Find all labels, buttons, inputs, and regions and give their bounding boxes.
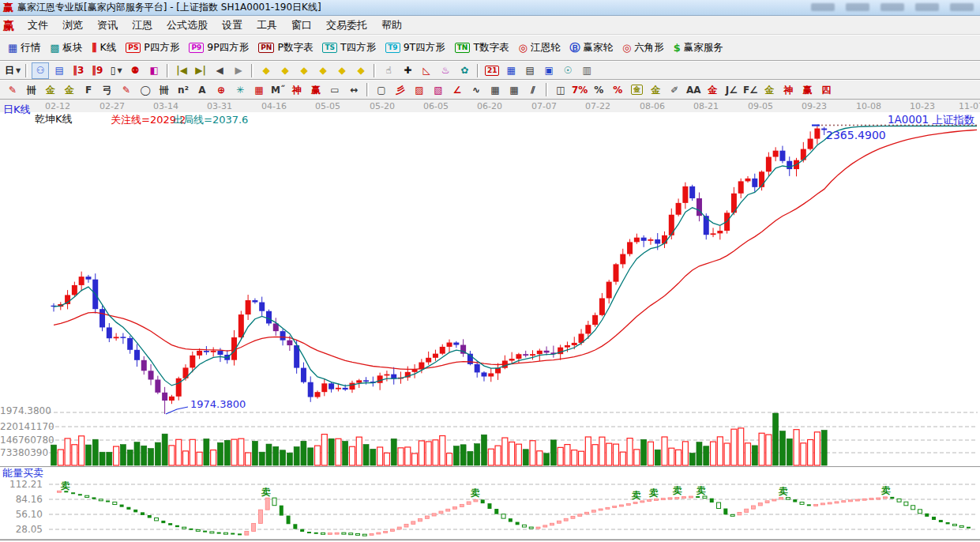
ind-four-angle-icon[interactable]: 四 (817, 81, 835, 98)
menu-item-3[interactable]: 江恩 (125, 17, 160, 34)
tools-toolbar: 日▼⚇▤‖3‖9▯▼⚉◧|◀▶|◀▶◆◆◆◆◆◆☝✚◺♨✿21▦▤▣☉▥ (0, 61, 980, 80)
ind-j-angle-icon[interactable]: J∠ (723, 81, 740, 98)
draw-gold-lines-2-icon[interactable]: 金 (61, 81, 78, 98)
ind-gold-angle-icon[interactable]: 金 (760, 81, 778, 98)
diamond-scroll-right-icon[interactable]: ◆ (276, 62, 294, 79)
draw-grid-a-icon[interactable]: ▦ (486, 81, 504, 98)
draw-star-icon[interactable]: ✳ (231, 81, 249, 98)
ind-col-chart-icon[interactable]: ◫ (552, 81, 569, 98)
toolbar-hexagon-button[interactable]: ◎六角形 (618, 40, 669, 56)
kline-3-icon[interactable]: ‖3 (69, 62, 87, 79)
draw-n-squared-icon[interactable]: n² (175, 81, 192, 98)
diamond-expand-all-icon[interactable]: ◆ (352, 62, 370, 79)
draw-hatch-box-icon[interactable]: ▧ (430, 81, 447, 98)
toolbar-winner-service-button[interactable]: $赢家服务 (669, 40, 728, 56)
menu-item-6[interactable]: 工具 (250, 17, 284, 34)
calendar-21-icon[interactable]: 21 (483, 62, 501, 79)
draw-m-line-icon[interactable]: M˝ (269, 81, 287, 98)
draw-shen-icon[interactable]: 神 (288, 81, 306, 98)
angle-tool-icon[interactable]: ◺ (418, 62, 435, 79)
diamond-compress-v-icon[interactable]: ◆ (333, 62, 351, 79)
nav-next-icon[interactable]: ▶ (230, 62, 247, 79)
menu-item-9[interactable]: 帮助 (374, 17, 409, 34)
nav-prev-icon[interactable]: ◀ (211, 62, 228, 79)
draw-circle-deg-icon[interactable]: ◯ (137, 81, 154, 98)
toolbar-gann-wheel-button[interactable]: ◎江恩轮 (514, 40, 565, 56)
ind-pct-7-icon[interactable]: 7% (571, 81, 588, 98)
diamond-compress-h-icon[interactable]: ◆ (314, 62, 332, 79)
draw-angle-icon[interactable]: ∠ (449, 81, 466, 98)
menu-item-2[interactable]: 资讯 (90, 17, 125, 34)
draw-box-handles-icon[interactable]: ▢ (373, 81, 390, 98)
draw-grid-b-icon[interactable]: ▦ (505, 81, 523, 98)
tool-teal-icon[interactable]: ✿ (456, 62, 473, 79)
draw-target-icon[interactable]: ⊕ (212, 81, 230, 98)
draw-f-lines-icon[interactable]: F (80, 81, 97, 98)
ind-gold-circle-icon[interactable]: 金 (628, 81, 645, 98)
quotes-icon: ▦ (8, 43, 17, 53)
toolbar-9p-square-button[interactable]: P99P四方形 (184, 40, 253, 56)
menu-item-4[interactable]: 公式选股 (160, 17, 215, 34)
menu-item-8[interactable]: 交易委托 (319, 17, 374, 34)
toolbar-9t-square-button[interactable]: T99T四方形 (381, 40, 450, 56)
nav-last-icon[interactable]: ▶| (192, 62, 209, 79)
draw-hatch-icon[interactable]: 卌 (23, 81, 40, 98)
menu-item-0[interactable]: 文件 (21, 17, 55, 34)
draw-red-grid-icon[interactable]: ▦ (250, 81, 268, 98)
draw-wave-icon[interactable]: ∿ (467, 81, 485, 98)
ind-shen-angle-icon[interactable]: 神 (779, 81, 797, 98)
toolbar-t-number-table-button[interactable]: TNT数字表 (450, 40, 514, 56)
draw-hatch-2-icon[interactable]: 卌 (156, 81, 173, 98)
toolbar-kline-button[interactable]: ⫼K线 (88, 40, 122, 56)
save-icon[interactable]: ▣ (540, 62, 558, 79)
menu-item-7[interactable]: 窗口 (284, 17, 319, 34)
period-day-dropdown-icon[interactable]: 日▼ (4, 62, 21, 79)
pattern-mask-icon[interactable]: ⚇ (32, 62, 49, 79)
web-update-icon[interactable]: ☉ (559, 62, 576, 79)
tool-magenta-icon[interactable]: ♨ (437, 62, 454, 79)
draw-red-pen-icon[interactable]: ✎ (118, 81, 135, 98)
toolbar-winner-wheel-button[interactable]: Ⓑ赢家轮 (565, 40, 618, 56)
ind-ying-angle-icon[interactable]: 赢 (798, 81, 816, 98)
menu-item-5[interactable]: 设置 (215, 17, 250, 34)
color-bars-icon[interactable]: ◧ (145, 62, 163, 79)
draw-slants-icon[interactable]: ⫽ (524, 81, 542, 98)
p-number-table-icon: PN (258, 43, 274, 53)
diamond-expand-h-icon[interactable]: ◆ (295, 62, 313, 79)
menu-item-1[interactable]: 浏览 (55, 17, 90, 34)
figure-red-icon[interactable]: ⚉ (126, 62, 144, 79)
draw-width-icon[interactable]: ↔ (345, 81, 362, 98)
ind-ink-pen-icon[interactable]: ✐ (666, 81, 683, 98)
print-icon[interactable]: ▥ (578, 62, 595, 79)
notepad-icon[interactable]: ▤ (521, 62, 539, 79)
ind-f-angle-icon[interactable]: F∠ (742, 81, 759, 98)
draw-ring-icon[interactable]: 弓 (99, 81, 116, 98)
toolbar-p-number-table-button[interactable]: PNP数字表 (253, 40, 317, 56)
draw-pen-icon[interactable]: ✎ (4, 81, 21, 98)
ind-gold-red-icon[interactable]: 金 (704, 81, 721, 98)
draw-ruler-icon[interactable]: ▭ (326, 81, 344, 98)
report-doc-icon[interactable]: ▤ (51, 62, 68, 79)
draw-a-line-icon[interactable]: A (193, 81, 211, 98)
toolbar-separator (167, 64, 169, 77)
hand-drag-icon[interactable]: ☝ (380, 62, 397, 79)
draw-red-box-icon[interactable]: ▨ (411, 81, 428, 98)
draw-ying-icon[interactable]: 赢 (307, 81, 325, 98)
draw-gold-lines-1-icon[interactable]: 金 (42, 81, 59, 98)
calculator-icon[interactable]: ▦ (502, 62, 520, 79)
ind-gold-line-icon[interactable]: 金 (647, 81, 664, 98)
crosshair-icon[interactable]: ✚ (399, 62, 416, 79)
kline-9-icon[interactable]: ‖9 (88, 62, 106, 79)
chart-canvas[interactable]: 乾坤K线 关注线=2029.2 出局线=2037.6 1A0001 上证指数 2… (0, 112, 980, 542)
toolbar-t-square-button[interactable]: TST四方形 (317, 40, 381, 56)
ind-aa-icon[interactable]: AA (685, 81, 702, 98)
toolbar-p-square-button[interactable]: PSP四方形 (121, 40, 184, 56)
nav-first-icon[interactable]: |◀ (173, 62, 190, 79)
ind-pct-icon[interactable]: % (590, 81, 607, 98)
candle-style-dropdown-icon[interactable]: ▯▼ (107, 62, 125, 79)
toolbar-sectors-button[interactable]: ▩板块 (45, 40, 87, 56)
diamond-scroll-left-icon[interactable]: ◆ (257, 62, 275, 79)
draw-rays-icon[interactable]: 彡 (392, 81, 409, 98)
toolbar-quotes-button[interactable]: ▦行情 (3, 40, 45, 56)
ind-pct-line-icon[interactable]: % (609, 81, 626, 98)
